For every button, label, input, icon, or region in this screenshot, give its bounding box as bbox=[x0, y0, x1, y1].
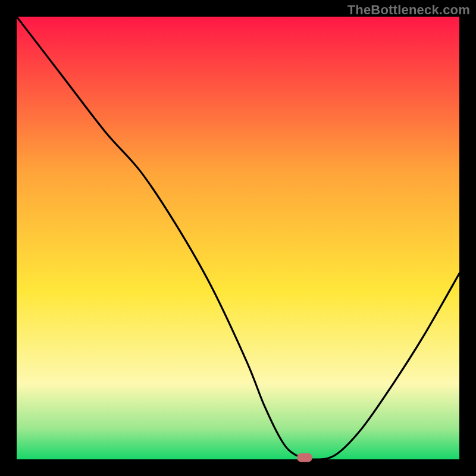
optimal-marker bbox=[297, 453, 312, 462]
plot-area bbox=[17, 17, 459, 459]
chart-frame: TheBottleneck.com bbox=[0, 0, 476, 476]
watermark-text: TheBottleneck.com bbox=[347, 2, 470, 18]
bottleneck-curve bbox=[17, 17, 459, 459]
